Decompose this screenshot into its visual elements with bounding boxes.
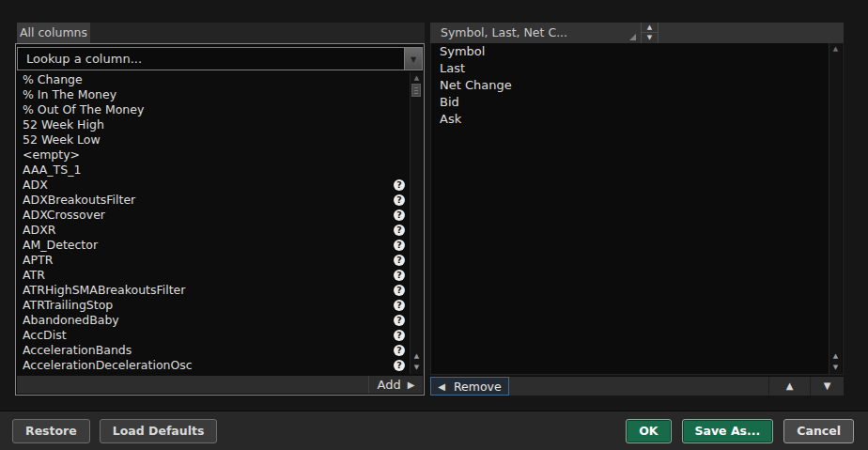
ok-button[interactable]: OK	[626, 419, 671, 443]
scroll-up-icon[interactable]: ▲	[829, 45, 842, 53]
selected-columns-header-label: Symbol, Last, Net C...	[441, 25, 567, 39]
selected-columns-header[interactable]: Symbol, Last, Net C...	[430, 23, 641, 43]
list-item[interactable]: ADXCrossover ?	[17, 208, 409, 223]
scroll-up-icon[interactable]: ▲	[829, 350, 842, 362]
add-button-label: Add	[378, 378, 401, 392]
list-item[interactable]: Ask	[432, 111, 828, 128]
list-item[interactable]: ?	[17, 373, 409, 374]
resize-grip-icon[interactable]	[629, 34, 636, 40]
available-columns-panel: ▼ % Change % In The Money % Out Of The M…	[15, 43, 425, 396]
list-item[interactable]: % Out Of The Money	[17, 102, 409, 117]
list-item[interactable]: AccDist ?	[17, 328, 409, 343]
selected-columns-list: Symbol Last Net Change Bid Ask	[432, 43, 828, 374]
right-panel-bottom-bar: ◀ Remove ▲ ▼	[430, 376, 844, 396]
restore-button[interactable]: Restore	[12, 419, 90, 443]
help-icon[interactable]: ?	[394, 225, 405, 236]
tab-row-filler	[90, 23, 425, 43]
column-name: ADXR	[23, 223, 55, 237]
help-icon[interactable]: ?	[394, 285, 405, 296]
help-icon[interactable]: ?	[394, 315, 405, 326]
column-name: Net Change	[440, 78, 512, 92]
column-name: % In The Money	[23, 87, 116, 101]
column-name: ATRHighSMABreakoutsFilter	[23, 283, 185, 297]
list-item[interactable]: Symbol	[432, 43, 828, 60]
header-spinner: ▲ ▼	[641, 23, 659, 43]
column-name: AAA_TS_1	[23, 163, 81, 177]
list-item[interactable]: 52 Week Low	[17, 132, 409, 147]
help-icon[interactable]: ?	[394, 345, 405, 356]
list-item[interactable]: <empty>	[17, 147, 409, 163]
help-icon[interactable]: ?	[394, 194, 405, 206]
list-item[interactable]: ADXBreakoutsFilter ?	[17, 193, 409, 208]
list-item[interactable]: ATR ?	[17, 268, 409, 283]
column-name: ATR	[23, 268, 45, 282]
move-up-button[interactable]: ▲	[768, 377, 810, 396]
help-icon[interactable]: ?	[394, 300, 405, 311]
list-item[interactable]: Bid	[432, 94, 828, 111]
list-item[interactable]: ADXR ?	[17, 223, 409, 238]
help-icon[interactable]: ?	[394, 179, 405, 191]
scroll-down-icon[interactable]: ▼	[829, 362, 842, 373]
list-item[interactable]: Last	[432, 60, 828, 77]
dialog-footer: Restore Load Defaults OK Save As... Canc…	[0, 411, 868, 450]
tab-all-columns[interactable]: All columns	[17, 23, 90, 43]
combo-dropdown-button[interactable]: ▼	[404, 48, 422, 70]
column-name: AccDist	[23, 328, 67, 342]
column-lookup-combobox: ▼	[17, 47, 423, 70]
list-item[interactable]: AccelerationBands ?	[17, 343, 409, 358]
help-icon[interactable]: ?	[394, 209, 405, 221]
column-name: ADX	[23, 178, 48, 192]
left-scrollbar[interactable]: ▲ ▲ ▼	[410, 72, 423, 374]
remove-button[interactable]: ◀ Remove	[430, 377, 509, 396]
list-item[interactable]: Net Change	[432, 77, 828, 94]
left-panel-bottom-bar: Add ▶	[17, 375, 423, 394]
scroll-up-icon[interactable]: ▲	[411, 74, 423, 82]
list-item[interactable]: AM_Detector ?	[17, 238, 409, 253]
list-item[interactable]: APTR ?	[17, 253, 409, 268]
load-defaults-button[interactable]: Load Defaults	[100, 419, 218, 443]
column-name: ADXCrossover	[23, 208, 105, 222]
column-name: 52 Week Low	[23, 132, 101, 147]
list-item[interactable]: % Change	[17, 72, 409, 87]
add-button[interactable]: Add ▶	[368, 376, 423, 394]
column-name: AbandonedBaby	[23, 313, 119, 327]
list-item[interactable]: ADX ?	[17, 178, 409, 193]
column-name: AccelerationBands	[23, 343, 132, 357]
selected-columns-header-bar: Symbol, Last, Net C... ▲ ▼	[430, 23, 844, 43]
help-icon[interactable]: ?	[394, 360, 405, 371]
right-scrollbar[interactable]: ▲ ▲ ▼	[829, 43, 842, 374]
column-name: Last	[440, 61, 465, 75]
selected-columns-panel: Symbol Last Net Change Bid Ask ▲ ▲ ▼	[430, 43, 844, 375]
scroll-up-icon[interactable]: ▲	[411, 350, 423, 362]
list-item[interactable]: ATRTrailingStop ?	[17, 298, 409, 313]
scroll-down-icon[interactable]: ▼	[411, 362, 423, 373]
help-icon[interactable]: ?	[394, 240, 405, 251]
cancel-button[interactable]: Cancel	[783, 419, 854, 443]
spinner-down-button[interactable]: ▼	[642, 33, 658, 43]
remove-button-label: Remove	[454, 380, 502, 394]
arrow-right-icon: ▶	[408, 380, 415, 390]
help-icon[interactable]: ?	[394, 255, 405, 266]
column-name: 52 Week High	[23, 117, 104, 132]
column-lookup-input[interactable]	[18, 48, 403, 70]
column-name: <empty>	[23, 147, 80, 162]
scrollbar-thumb[interactable]	[411, 84, 421, 97]
help-icon[interactable]: ?	[394, 270, 405, 281]
all-columns-list: % Change % In The Money % Out Of The Mon…	[17, 72, 409, 374]
column-name: AccelerationDecelerationOsc	[23, 358, 193, 372]
list-item[interactable]: AbandonedBaby ?	[17, 313, 409, 328]
list-item[interactable]: % In The Money	[17, 87, 409, 102]
list-item[interactable]: AAA_TS_1	[17, 163, 409, 178]
save-as-button[interactable]: Save As...	[682, 419, 774, 443]
list-item[interactable]: AccelerationDecelerationOsc ?	[17, 358, 409, 373]
column-name: ADXBreakoutsFilter	[23, 193, 135, 207]
list-item[interactable]: ATRHighSMABreakoutsFilter ?	[17, 283, 409, 298]
move-down-button[interactable]: ▼	[810, 377, 844, 396]
spinner-up-button[interactable]: ▲	[642, 23, 658, 33]
list-item[interactable]: 52 Week High	[17, 117, 409, 132]
column-name: ATRTrailingStop	[23, 298, 113, 312]
arrow-left-icon: ◀	[438, 381, 445, 392]
column-name: Symbol	[440, 44, 485, 58]
column-name: % Change	[23, 72, 83, 86]
help-icon[interactable]: ?	[394, 330, 405, 341]
